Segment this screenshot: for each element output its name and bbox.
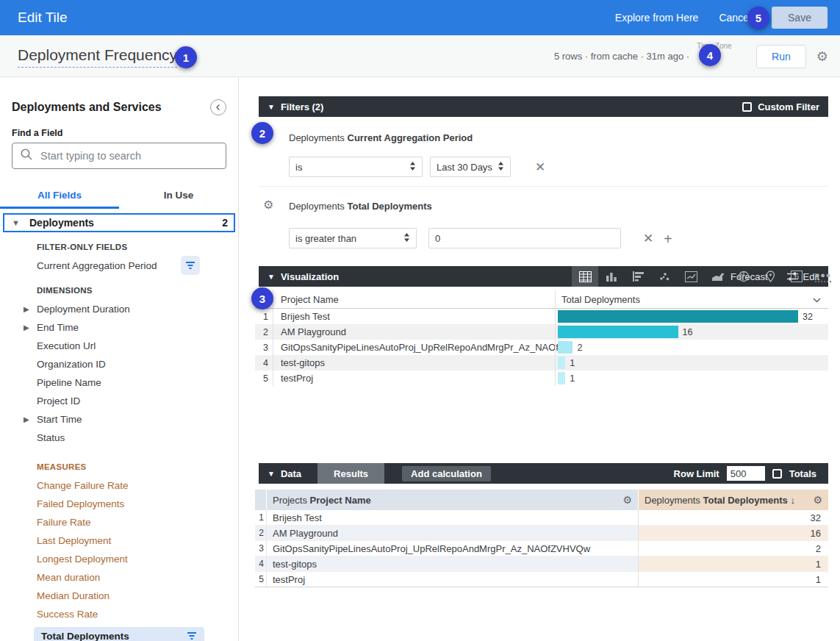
field-execution-url[interactable]: Execution Url xyxy=(0,337,238,355)
data-row[interactable]: 4 test-gitops 1 xyxy=(255,556,828,572)
filter2-gear-icon[interactable]: ⚙ xyxy=(263,199,273,211)
data-row[interactable]: 3 GitOpsSanityPipeLinesAutoProj_UpRelRep… xyxy=(255,541,828,556)
measure-failure-rate[interactable]: Failure Rate xyxy=(0,513,238,531)
measure-median-duration[interactable]: Median Duration xyxy=(0,587,238,605)
viz-type-more-icon[interactable]: ●●● xyxy=(810,266,836,287)
chevron-down-icon: ▼ xyxy=(12,218,29,227)
data-col-project-name[interactable]: Projects Project Name ⚙ xyxy=(267,490,639,510)
field-search-box[interactable] xyxy=(12,143,226,169)
explore-from-here-link[interactable]: Explore from Here xyxy=(615,12,699,24)
cancel-link[interactable]: Cancel xyxy=(719,12,751,24)
viz-row[interactable]: 2 AM Playground 16 xyxy=(255,324,828,340)
field-organization-id[interactable]: Organization ID xyxy=(0,355,238,373)
viz-col-total-deployments[interactable]: Total Deployments xyxy=(555,290,828,308)
collapse-sidebar-icon[interactable] xyxy=(210,99,226,115)
custom-filter-label: Custom Filter xyxy=(758,101,819,112)
viz-type-single-value-icon[interactable]: 6 xyxy=(783,266,810,287)
select-updown-icon xyxy=(409,162,416,173)
tab-all-fields[interactable]: All Fields xyxy=(0,185,119,209)
run-button[interactable]: Run xyxy=(756,45,806,68)
active-tab-indicator xyxy=(0,207,119,209)
chevron-right-icon[interactable]: ▶ xyxy=(24,318,29,337)
chevron-right-icon[interactable]: ▶ xyxy=(24,300,29,318)
filter2-value-input[interactable] xyxy=(428,228,621,248)
filter1-value-select[interactable]: Last 30 Days xyxy=(430,157,511,177)
deployment-bar[interactable] xyxy=(558,310,798,323)
results-tab[interactable]: Results xyxy=(317,463,384,484)
group-deployments[interactable]: ▼ Deployments 2 xyxy=(3,213,235,232)
remove-filter2-icon[interactable]: ✕ xyxy=(643,232,653,245)
deployment-bar[interactable] xyxy=(558,341,572,354)
column-gear-icon[interactable]: ⚙ xyxy=(813,494,822,506)
filter-divider xyxy=(259,186,828,187)
annotation-badge-1: 1 xyxy=(175,46,197,68)
sort-desc-icon: ↓ xyxy=(790,495,795,506)
annotation-badge-5: 5 xyxy=(747,7,769,29)
viz-type-line-chart-icon[interactable] xyxy=(678,266,704,287)
add-filter-icon[interactable]: + xyxy=(664,232,672,246)
query-settings-gear-icon[interactable]: ⚙ xyxy=(816,50,828,63)
field-deployment-duration[interactable]: ▶Deployment Duration xyxy=(0,300,238,318)
viz-cell-project: Brijesh Test xyxy=(273,311,555,322)
custom-filter-checkbox[interactable] xyxy=(742,102,752,112)
viz-type-table-icon[interactable] xyxy=(572,266,598,287)
row-limit-input[interactable] xyxy=(727,466,765,481)
filter-icon[interactable] xyxy=(181,256,200,275)
tab-in-use[interactable]: In Use xyxy=(119,185,238,209)
filter1-operator-select[interactable]: is xyxy=(289,157,423,177)
viz-type-area-chart-icon[interactable] xyxy=(704,266,730,287)
field-status[interactable]: Status xyxy=(0,429,238,447)
field-start-time[interactable]: ▶Start Time xyxy=(0,410,238,429)
viz-row[interactable]: 4 test-gitops 1 xyxy=(255,355,828,370)
viz-col-project-name[interactable]: Project Name xyxy=(273,294,555,305)
select-updown-icon xyxy=(498,162,504,173)
viz-row[interactable]: 1 Brijesh Test 32 xyxy=(255,309,828,324)
chevron-down-icon[interactable]: ▼ xyxy=(268,273,275,281)
save-button[interactable]: Save xyxy=(772,7,828,29)
measure-failed-deployments[interactable]: Failed Deployments xyxy=(0,495,238,513)
filter2-operator-select[interactable]: is greater than xyxy=(289,228,417,248)
column-gear-icon[interactable]: ⚙ xyxy=(622,494,632,506)
add-calculation-button[interactable]: Add calculation xyxy=(402,466,491,481)
chevron-down-icon[interactable]: ▼ xyxy=(268,103,275,111)
viz-row[interactable]: 3 GitOpsSanityPipeLinesAutoProj_UpRelRep… xyxy=(255,340,828,355)
remove-filter1-icon[interactable]: ✕ xyxy=(535,161,545,173)
viz-row[interactable]: 5 testProj 1 xyxy=(255,370,828,386)
totals-checkbox[interactable] xyxy=(772,469,782,479)
chevron-right-icon[interactable]: ▶ xyxy=(24,410,29,429)
measure-total-deployments-selected[interactable]: Total Deployments xyxy=(34,627,204,641)
measure-longest-deployment[interactable]: Longest Deployment xyxy=(0,550,238,568)
viz-cell-project: AM Playground xyxy=(273,326,555,337)
data-row[interactable]: 2 AM Playground 16 xyxy=(255,526,828,541)
filter-icon[interactable] xyxy=(187,630,197,641)
search-input[interactable] xyxy=(40,150,218,162)
field-pipeline-name[interactable]: Pipeline Name xyxy=(0,373,238,392)
tile-title[interactable]: Deployment Frequency xyxy=(18,46,177,68)
measure-mean-duration[interactable]: Mean duration xyxy=(0,568,238,587)
field-picker-sidebar: Deployments and Services Find a Field Al… xyxy=(0,77,239,641)
viz-type-column-chart-icon[interactable] xyxy=(598,266,625,287)
deployment-bar[interactable] xyxy=(558,357,565,369)
chevron-down-icon[interactable] xyxy=(813,294,821,305)
measures-header: MEASURES xyxy=(0,458,238,476)
measure-success-rate[interactable]: Success Rate xyxy=(0,605,238,623)
data-col-total-deployments[interactable]: Deployments Total Deployments ↓ ⚙ xyxy=(639,490,828,510)
measure-change-failure-rate[interactable]: Change Failure Rate xyxy=(0,476,238,495)
deployment-bar[interactable] xyxy=(558,372,565,384)
viz-type-pie-chart-icon[interactable] xyxy=(730,266,757,287)
deployment-bar[interactable] xyxy=(558,326,678,338)
measure-last-deployment[interactable]: Last Deployment xyxy=(0,531,238,550)
data-row[interactable]: 1 Brijesh Test 32 xyxy=(255,510,828,526)
viz-type-scatter-icon[interactable] xyxy=(651,266,678,287)
filters-section-bar[interactable]: ▼ Filters (2) Custom Filter xyxy=(259,96,828,117)
data-section-bar[interactable]: ▼ Data Results Add calculation Row Limit… xyxy=(259,463,828,484)
viz-type-map-icon[interactable] xyxy=(757,266,783,287)
viz-type-bar-chart-icon[interactable] xyxy=(625,266,651,287)
data-row[interactable]: 5 testProj 1 xyxy=(255,572,828,587)
field-project-id[interactable]: Project ID xyxy=(0,392,238,410)
visualization-table: Project Name Total Deployments 1 Brijesh… xyxy=(255,290,828,386)
visualization-section-bar[interactable]: ▼ Visualization xyxy=(259,266,828,287)
chevron-down-icon[interactable]: ▼ xyxy=(268,470,275,478)
field-current-aggregation-period[interactable]: Current Aggregation Period xyxy=(0,257,238,275)
field-end-time[interactable]: ▶End Time xyxy=(0,318,238,337)
